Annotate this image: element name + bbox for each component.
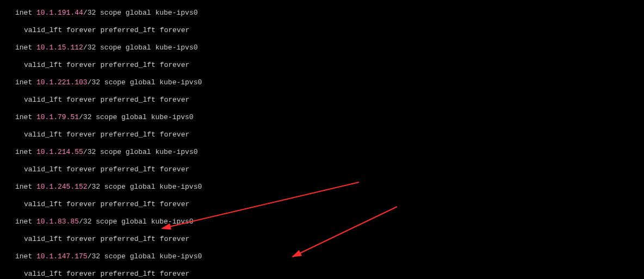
valid-lft-line: valid_lft forever preferred_lft forever xyxy=(2,200,642,209)
inet-line: inet 10.1.245.152/32 scope global kube-i… xyxy=(2,183,642,191)
valid-lft-line: valid_lft forever preferred_lft forever xyxy=(2,96,642,104)
inet-line: inet 10.1.79.51/32 scope global kube-ipv… xyxy=(2,113,642,122)
arrow-annotation xyxy=(293,207,397,257)
valid-lft-line: valid_lft forever preferred_lft forever xyxy=(2,165,642,174)
ip-address: 10.1.214.55 xyxy=(36,148,83,156)
inet-line: inet 10.1.221.103/32 scope global kube-i… xyxy=(2,78,642,87)
valid-lft-line: valid_lft forever preferred_lft forever xyxy=(2,131,642,139)
inet-line: inet 10.1.214.55/32 scope global kube-ip… xyxy=(2,148,642,157)
ip-address: 10.1.79.51 xyxy=(36,113,79,121)
ip-address: 10.1.245.152 xyxy=(36,183,88,191)
terminal-output[interactable]: inet 10.1.191.44/32 scope global kube-ip… xyxy=(0,0,644,279)
ip-address: 10.1.191.44 xyxy=(36,9,83,17)
ip-address: 10.1.147.175 xyxy=(36,252,88,261)
inet-line: inet 10.1.191.44/32 scope global kube-ip… xyxy=(2,9,642,17)
valid-lft-line: valid_lft forever preferred_lft forever xyxy=(2,61,642,70)
ip-address: 10.1.83.85 xyxy=(36,218,79,226)
inet-line: inet 10.1.147.175/32 scope global kube-i… xyxy=(2,252,642,261)
ip-address: 10.1.221.103 xyxy=(36,78,88,86)
inet-line: inet 10.1.83.85/32 scope global kube-ipv… xyxy=(2,218,642,226)
valid-lft-line: valid_lft forever preferred_lft forever xyxy=(2,270,642,278)
valid-lft-line: valid_lft forever preferred_lft forever xyxy=(2,26,642,35)
valid-lft-line: valid_lft forever preferred_lft forever xyxy=(2,235,642,244)
ip-address: 10.1.15.112 xyxy=(36,44,83,52)
inet-line: inet 10.1.15.112/32 scope global kube-ip… xyxy=(2,44,642,52)
